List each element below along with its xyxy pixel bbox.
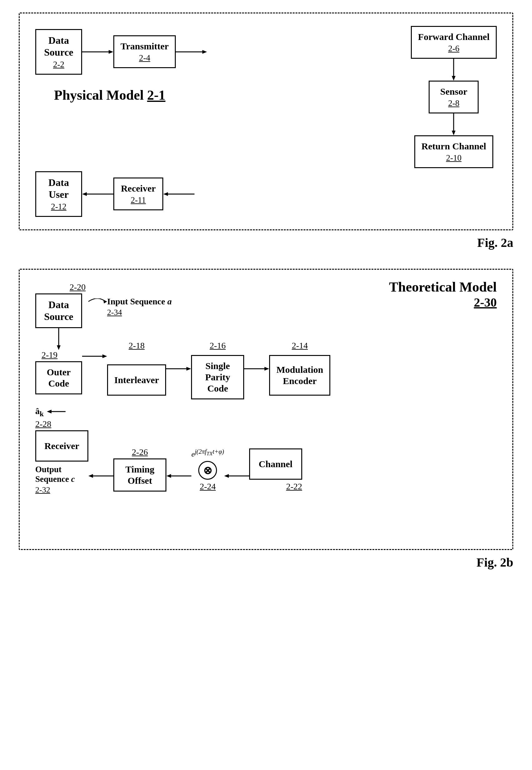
arrow-sensor-to-rc — [451, 113, 457, 135]
transmitter-box: Transmitter 2-4 — [113, 35, 176, 68]
data-source-box: Data Source 2-2 — [35, 29, 82, 75]
forward-channel-ref: 2-6 — [448, 44, 459, 53]
forward-channel-box: Forward Channel 2-6 — [411, 26, 497, 59]
svg-marker-18 — [186, 367, 191, 371]
receiver-2b-box: Receiver — [35, 430, 88, 461]
forward-channel-label: Forward Channel — [418, 31, 490, 42]
modulation-encoder-label: Modulation Encoder — [276, 364, 323, 387]
data-source-2b-label: Data Source — [44, 299, 73, 323]
fig2a-label: Fig. 2a — [19, 235, 513, 250]
fig2b-label: Fig. 2b — [19, 555, 513, 570]
figure-2b: Theoretical Model 2-30 2-20 Data Source — [19, 269, 513, 570]
data-user-label: Data User — [48, 176, 69, 201]
multiplier-ref: 2-24 — [200, 481, 216, 491]
channel-box: Channel — [249, 448, 302, 480]
signal-label: ej(2πfTXt+φ) — [191, 448, 224, 458]
return-channel-ref: 2-10 — [446, 153, 462, 163]
arrow-mult-to-to — [166, 473, 191, 479]
output-seq-ref: 2-32 — [35, 485, 50, 495]
arrow-ds-to-tx — [82, 49, 113, 55]
arrow-rx-to-ahat — [47, 408, 66, 415]
interleaver-ref-label: 2-18 — [129, 341, 145, 351]
outer-code-ref-label: 2-19 — [42, 350, 57, 360]
arrow-oc-to-il — [82, 353, 107, 359]
spc-ref-label: 2-16 — [210, 341, 226, 351]
figures-container: Data Source 2-2 Transmitter 2-4 — [19, 12, 513, 570]
sensor-box: Sensor 2-8 — [429, 81, 479, 113]
svg-marker-16 — [102, 354, 107, 358]
data-user-ref: 2-12 — [51, 202, 67, 212]
svg-marker-22 — [47, 410, 52, 413]
data-source-2b-box: Data Source — [35, 294, 82, 328]
multiplier-circle: ⊗ — [198, 461, 217, 480]
data-source-2-20-ref: 2-20 — [70, 282, 86, 292]
receiver-2b-ref-label: 2-28 — [35, 419, 51, 429]
fig2a-dashed-border: Data Source 2-2 Transmitter 2-4 — [19, 12, 513, 230]
fig2b-dashed-border: Theoretical Model 2-30 2-20 Data Source — [19, 269, 513, 550]
sensor-label: Sensor — [440, 86, 467, 97]
svg-marker-26 — [166, 474, 171, 478]
arrow-rx-to-du — [82, 191, 113, 197]
svg-marker-28 — [224, 474, 229, 478]
svg-marker-7 — [452, 131, 456, 135]
single-parity-box: Single Parity Code — [191, 355, 244, 399]
svg-marker-9 — [82, 192, 87, 196]
svg-marker-24 — [88, 474, 93, 478]
data-source-label: Data Source — [44, 34, 73, 58]
interleaver-label: Interleaver — [114, 374, 159, 386]
a-hat-label: âk — [35, 406, 44, 418]
fig2b-title: Theoretical Model — [389, 279, 497, 295]
channel-label: Channel — [259, 458, 293, 470]
figure-2a: Data Source 2-2 Transmitter 2-4 — [19, 12, 513, 250]
output-seq-label: OutputSequence c — [35, 465, 75, 484]
outer-code-label: Outer Code — [47, 367, 71, 389]
arrow-to-to-rx — [88, 473, 113, 479]
input-seq-ref: 2-34 — [107, 308, 172, 317]
single-parity-label: Single Parity Code — [205, 360, 230, 394]
svg-marker-20 — [264, 367, 269, 371]
arrow-rc-to-rx — [163, 191, 195, 197]
receiver-ref: 2-11 — [131, 195, 146, 205]
arrow-ds-to-oc — [56, 328, 62, 350]
data-source-ref: 2-2 — [53, 60, 64, 69]
svg-marker-5 — [452, 76, 456, 81]
sensor-ref: 2-8 — [448, 98, 459, 108]
arrow-ch-to-mult — [224, 473, 249, 479]
arrow-fc-to-sensor — [451, 59, 457, 81]
interleaver-box: Interleaver — [107, 364, 166, 396]
return-channel-label: Return Channel — [421, 141, 486, 152]
arrow-tx-to-fc — [176, 49, 207, 55]
transmitter-label: Transmitter — [121, 41, 169, 52]
receiver-2b-label: Receiver — [44, 440, 79, 452]
arrow-il-to-spc — [166, 366, 191, 372]
mod-enc-ref-label: 2-14 — [292, 341, 308, 351]
timing-offset-box: Timing Offset — [113, 458, 166, 491]
svg-marker-12 — [103, 300, 107, 304]
transmitter-ref: 2-4 — [139, 53, 150, 63]
outer-code-box: Outer Code — [35, 361, 82, 394]
fig2b-title-ref: 2-30 — [389, 295, 497, 310]
timing-offset-label: Timing Offset — [126, 464, 155, 486]
channel-ref: 2-22 — [286, 481, 302, 491]
return-channel-box: Return Channel 2-10 — [414, 135, 494, 168]
fig2a-title: Physical Model 2-1 — [54, 87, 165, 103]
arrow-ds-curve — [88, 299, 107, 305]
input-seq-label: Input Sequence a — [107, 297, 172, 307]
receiver-label: Receiver — [121, 183, 156, 194]
svg-marker-3 — [202, 50, 207, 54]
timing-offset-ref-label: 2-26 — [132, 447, 148, 457]
modulation-encoder-box: Modulation Encoder — [269, 355, 330, 396]
svg-marker-14 — [57, 345, 61, 350]
arrow-spc-to-me — [244, 366, 269, 372]
data-user-box: Data User 2-12 — [35, 171, 82, 217]
receiver-box: Receiver 2-11 — [113, 177, 163, 210]
svg-marker-1 — [109, 50, 113, 54]
multiplier-symbol: ⊗ — [203, 464, 212, 476]
svg-marker-11 — [163, 192, 168, 196]
